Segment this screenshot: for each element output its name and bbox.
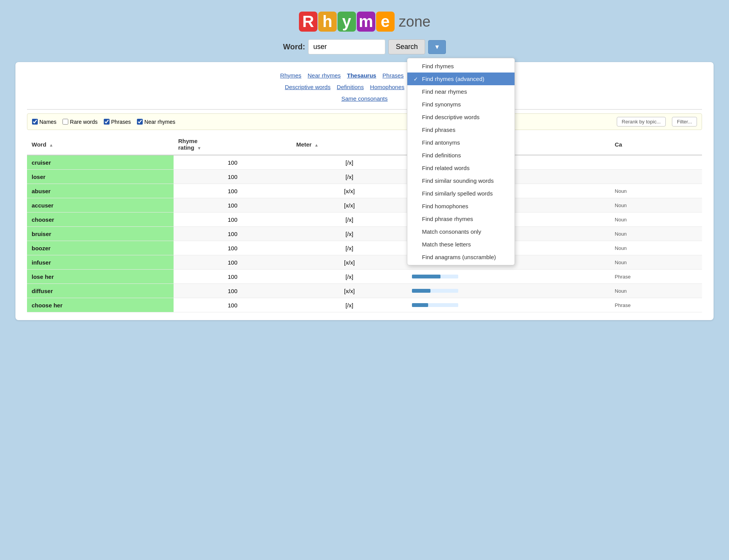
rhyme-rating-cell: 100 (174, 227, 292, 241)
dropdown-item-find-similarly-spelled[interactable]: Find similarly spelled words (407, 187, 515, 200)
filter-rare-label[interactable]: Rare words (62, 119, 98, 125)
word-link[interactable]: boozer (32, 245, 51, 251)
logo-letter-r: R (299, 12, 317, 32)
dropdown-item-label: Find related words (422, 165, 469, 171)
word-link[interactable]: infuser (32, 259, 51, 266)
dropdown-item-match-consonants[interactable]: Match consonants only (407, 225, 515, 238)
dropdown-item-match-letters[interactable]: Match these letters (407, 238, 515, 251)
word-cell: abuser (27, 184, 174, 198)
dropdown-item-find-phrase-rhymes[interactable]: Find phrase rhymes (407, 213, 515, 225)
search-button[interactable]: Search (388, 39, 425, 54)
dropdown-item-find-descriptive[interactable]: Find descriptive words (407, 111, 515, 123)
filter-names-checkbox[interactable] (32, 119, 38, 125)
dropdown-item-find-anagrams[interactable]: Find anagrams (unscramble) (407, 251, 515, 263)
filter-rare-checkbox[interactable] (62, 119, 68, 125)
checkmark-find-synonyms (413, 101, 420, 108)
search-input[interactable] (308, 39, 385, 54)
dropdown-item-label: Find phrases (422, 127, 456, 133)
dropdown-item-find-antonyms[interactable]: Find antonyms (407, 136, 515, 149)
table-row: chooser100[/x]Noun (27, 213, 702, 227)
word-link[interactable]: accuser (32, 202, 54, 209)
nav-rhymes[interactable]: Rhymes (280, 72, 301, 79)
dropdown-item-label: Find similarly spelled words (422, 190, 493, 197)
col-word[interactable]: Word ▲ (27, 134, 174, 155)
checkmark-find-rhymes-advanced: ✓ (413, 76, 420, 82)
popularity-cell (407, 270, 610, 284)
checkmark-find-definitions (413, 152, 420, 159)
dropdown-item-label: Find definitions (422, 152, 461, 159)
checkmark-find-similar-sounding (413, 178, 420, 184)
filter-button[interactable]: Filter... (672, 117, 697, 127)
filter-near-rhymes-checkbox[interactable] (137, 119, 143, 125)
nav-definitions[interactable]: Definitions (337, 84, 364, 90)
col-category[interactable]: Ca (610, 134, 702, 155)
category-cell: Noun (610, 184, 702, 198)
logo-zone: zone (399, 13, 430, 30)
search-label: Word: (283, 42, 305, 51)
main-content: Rhymes Near rhymes Thesaurus Phrases Phr… (15, 62, 714, 320)
word-link[interactable]: diffuser (32, 288, 53, 294)
word-link[interactable]: chooser (32, 216, 54, 223)
col-meter[interactable]: Meter ▲ (292, 134, 407, 155)
filter-near-rhymes-label[interactable]: Near rhymes (137, 119, 175, 125)
table-row: infuser100[x/x]Noun (27, 255, 702, 270)
nav-descriptive[interactable]: Descriptive words (285, 84, 331, 90)
category-cell: Phrase (610, 270, 702, 284)
search-mode-button[interactable]: ▼ (428, 40, 446, 54)
rhyme-rating-cell: 100 (174, 241, 292, 255)
dropdown-item-find-related[interactable]: Find related words (407, 162, 515, 174)
checkmark-find-similarly-spelled (413, 191, 420, 197)
dropdown-item-find-similar-sounding[interactable]: Find similar sounding words (407, 174, 515, 187)
nav-same-consonants[interactable]: Same consonants (341, 95, 388, 102)
dropdown-item-find-synonyms[interactable]: Find synonyms (407, 98, 515, 111)
rerank-button[interactable]: Rerank by topic... (617, 117, 666, 127)
category-cell: Phrase (610, 298, 702, 312)
word-link[interactable]: abuser (32, 188, 51, 194)
checkmark-find-related (413, 165, 420, 171)
checkmark-find-anagrams (413, 254, 420, 260)
rhyme-rating-cell: 100 (174, 284, 292, 298)
col-rhyme-sort-icon: ▼ (197, 146, 201, 150)
logo: R h y m e zone (299, 12, 430, 32)
dropdown-item-find-near-rhymes[interactable]: Find near rhymes (407, 85, 515, 98)
word-link[interactable]: cruiser (32, 159, 51, 166)
meter-cell: [/x] (292, 155, 407, 170)
rhyme-rating-cell: 100 (174, 155, 292, 170)
word-link[interactable]: lose her (32, 273, 54, 280)
checkmark-find-descriptive (413, 114, 420, 120)
word-cell: loser (27, 170, 174, 184)
nav-thesaurus[interactable]: Thesaurus (347, 72, 376, 79)
table-row: abuser100[x/x]Noun (27, 184, 702, 198)
nav-near-rhymes[interactable]: Near rhymes (308, 72, 341, 79)
word-cell: cruiser (27, 155, 174, 170)
word-cell: choose her (27, 298, 174, 312)
filter-phrases-label[interactable]: Phrases (104, 119, 131, 125)
popularity-bar-container (412, 273, 458, 280)
meter-cell: [/x] (292, 270, 407, 284)
dropdown-item-find-rhymes-advanced[interactable]: ✓ Find rhymes (advanced) (407, 73, 515, 85)
dropdown-item-label: Find anagrams (unscramble) (422, 254, 496, 260)
table-row: boozer100[/x]Noun (27, 241, 702, 255)
category-cell (610, 170, 702, 184)
category-cell (610, 155, 702, 170)
dropdown-item-find-homophones[interactable]: Find homophones (407, 200, 515, 213)
dropdown-item-find-phrases[interactable]: Find phrases (407, 123, 515, 136)
col-rhyme-rating[interactable]: Rhymerating ▼ (174, 134, 292, 155)
dropdown-item-label: Find similar sounding words (422, 177, 494, 184)
dropdown-item-find-rhymes[interactable]: Find rhymes (407, 60, 515, 73)
word-link[interactable]: choose her (32, 302, 62, 309)
nav-phrases[interactable]: Phrases (383, 72, 404, 79)
checkmark-find-antonyms (413, 140, 420, 146)
filter-names-label[interactable]: Names (32, 119, 56, 125)
table-row: lose her100[/x]Phrase (27, 270, 702, 284)
word-link[interactable]: bruiser (32, 231, 51, 237)
word-cell: boozer (27, 241, 174, 255)
col-meter-sort-icon: ▲ (314, 143, 319, 147)
dropdown-item-find-definitions[interactable]: Find definitions (407, 149, 515, 162)
table-row: cruiser100[/x] (27, 155, 702, 170)
meter-cell: [x/x] (292, 255, 407, 270)
filter-phrases-checkbox[interactable] (104, 119, 110, 125)
meter-cell: [/x] (292, 298, 407, 312)
word-link[interactable]: loser (32, 174, 46, 180)
nav-homophones[interactable]: Homophones (370, 84, 404, 90)
